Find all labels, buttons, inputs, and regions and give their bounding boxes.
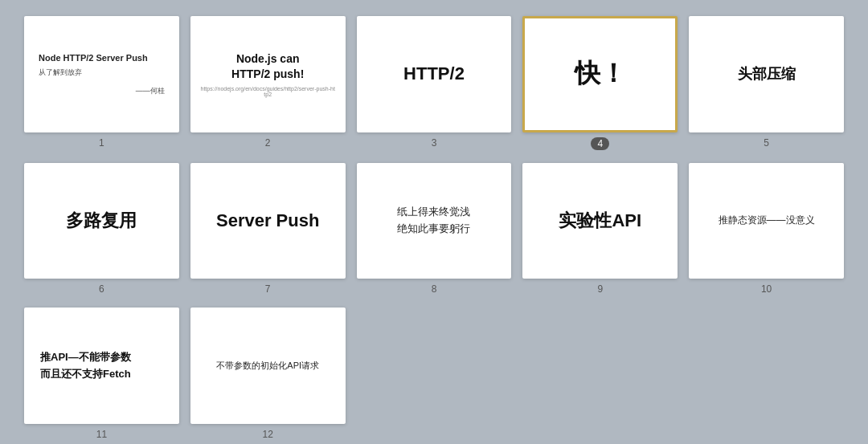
slide-6[interactable]: 多路复用 — [24, 163, 179, 279]
slide-5-title: 头部压缩 — [738, 64, 796, 84]
slide-number-5: 5 — [764, 137, 769, 149]
slide-number-6: 6 — [99, 283, 104, 295]
slide-12-title: 不带参数的初始化API请求 — [216, 360, 319, 372]
slide-3[interactable]: HTTP/2 — [357, 16, 512, 132]
slide-4-title: 快！ — [575, 56, 626, 92]
slide-number-8: 8 — [432, 283, 437, 295]
slide-9-title: 实验性API — [559, 209, 641, 233]
slide-1-title: Node HTTP/2 Server Push — [34, 52, 170, 64]
slide-number-4: 4 — [591, 137, 609, 150]
slide-number-9: 9 — [597, 283, 603, 295]
slide-number-1: 1 — [99, 137, 104, 149]
slide-10[interactable]: 推静态资源——没意义 — [689, 163, 844, 279]
slide-3-title: HTTP/2 — [403, 63, 465, 84]
slide-12[interactable]: 不带参数的初始化API请求 — [190, 308, 346, 424]
slide-number-10: 10 — [761, 283, 772, 295]
slide-2-link: https://nodejs.org/en/docs/guides/http2/… — [200, 86, 336, 97]
slide-1-author: ——何桂 — [34, 86, 170, 96]
slide-number-2: 2 — [265, 137, 271, 149]
slides-grid: Node HTTP/2 Server Push 从了解到放弃 ——何桂 1 No… — [24, 16, 844, 440]
slide-7[interactable]: Server Push — [190, 163, 346, 279]
slide-wrapper-4: 快！4 — [522, 16, 678, 150]
slide-wrapper-5: 头部压缩5 — [689, 16, 844, 150]
slide-wrapper-6: 多路复用6 — [24, 163, 179, 295]
slide-5[interactable]: 头部压缩 — [689, 16, 844, 132]
slide-number-11: 11 — [96, 429, 107, 440]
slide-11-title: 推API—不能带参数而且还不支持Fetch — [34, 349, 170, 383]
slide-1[interactable]: Node HTTP/2 Server Push 从了解到放弃 ——何桂 — [24, 16, 179, 132]
slide-wrapper-2: Node.js canHTTP/2 push! https://nodejs.o… — [190, 16, 346, 150]
slide-wrapper-10: 推静态资源——没意义10 — [689, 163, 844, 295]
slide-4[interactable]: 快！ — [522, 16, 678, 132]
slide-1-subtitle: 从了解到放弃 — [34, 67, 170, 78]
slide-wrapper-9: 实验性API9 — [522, 163, 678, 295]
slide-2[interactable]: Node.js canHTTP/2 push! https://nodejs.o… — [190, 16, 346, 132]
slide-10-title: 推静态资源——没意义 — [719, 213, 815, 228]
slide-number-12: 12 — [263, 429, 273, 440]
slide-wrapper-11: 推API—不能带参数而且还不支持Fetch 11 — [24, 308, 179, 440]
slide-7-title: Server Push — [216, 210, 319, 231]
slide-11[interactable]: 推API—不能带参数而且还不支持Fetch — [24, 308, 179, 424]
slide-8[interactable]: 纸上得来终觉浅绝知此事要躬行 — [357, 163, 512, 279]
slide-wrapper-3: HTTP/23 — [357, 16, 512, 150]
slide-number-7: 7 — [265, 283, 271, 295]
slide-6-title: 多路复用 — [66, 209, 137, 233]
slide-wrapper-7: Server Push7 — [190, 163, 346, 295]
slide-wrapper-8: 纸上得来终觉浅绝知此事要躬行8 — [357, 163, 512, 295]
slide-number-3: 3 — [432, 137, 437, 149]
slide-8-title: 纸上得来终觉浅绝知此事要躬行 — [397, 204, 470, 238]
slide-wrapper-12: 不带参数的初始化API请求12 — [190, 308, 346, 440]
slide-9[interactable]: 实验性API — [522, 163, 678, 279]
slide-wrapper-1: Node HTTP/2 Server Push 从了解到放弃 ——何桂 1 — [24, 16, 179, 150]
slide-2-title: Node.js canHTTP/2 push! — [231, 51, 304, 83]
